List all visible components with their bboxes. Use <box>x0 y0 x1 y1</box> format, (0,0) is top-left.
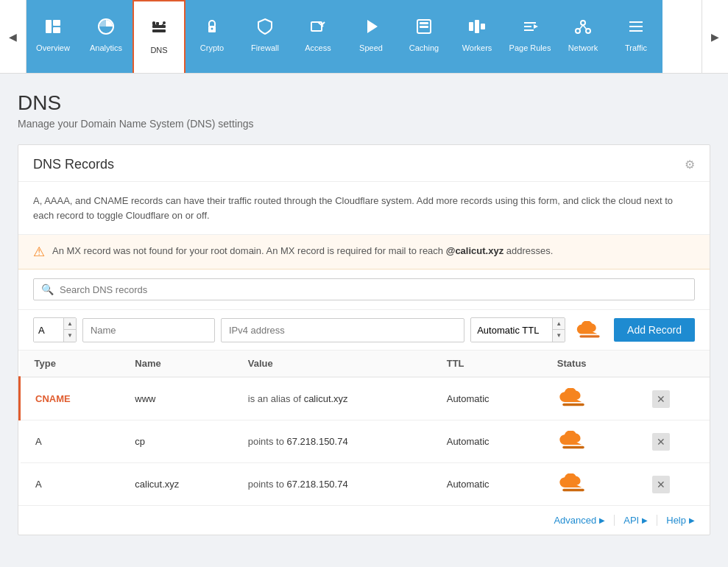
svg-rect-35 <box>562 404 584 406</box>
firewall-label: Firewall <box>251 43 279 53</box>
type-select[interactable]: A AAAA CNAME MX TXT <box>34 319 63 342</box>
value-input[interactable] <box>221 318 464 342</box>
cell-status[interactable] <box>543 420 637 463</box>
cell-delete: ✕ <box>637 377 710 420</box>
ttl-select[interactable]: Automatic TTL 2 min 5 min 30 min 1 hr <box>471 319 552 342</box>
svg-rect-0 <box>46 20 52 33</box>
api-arrow: ▶ <box>642 516 648 524</box>
cell-status[interactable] <box>543 377 637 420</box>
speed-label: Speed <box>359 43 383 53</box>
nav-item-caching[interactable]: Caching <box>397 0 450 73</box>
table-row: A cp points to 67.218.150.74 Automatic ✕ <box>20 420 710 463</box>
svg-rect-20 <box>475 20 479 33</box>
network-label: Network <box>568 43 598 53</box>
add-record-row: A AAAA CNAME MX TXT ▲ ▼ Automatic TTL 2 … <box>18 310 710 351</box>
workers-icon <box>467 17 487 39</box>
svg-rect-21 <box>481 24 485 29</box>
warning-domain: @calicut.xyz <box>446 245 503 256</box>
svg-rect-2 <box>53 27 60 33</box>
nav-item-speed[interactable]: Speed <box>344 0 397 73</box>
svg-rect-19 <box>469 22 473 31</box>
nav-item-firewall[interactable]: Firewall <box>238 0 291 73</box>
nav-item-analytics[interactable]: Analytics <box>79 0 132 73</box>
svg-marker-15 <box>367 20 378 33</box>
help-link[interactable]: Help ▶ <box>657 515 695 526</box>
help-label: Help <box>666 515 686 526</box>
warning-text-before: An MX record was not found for your root… <box>52 245 446 256</box>
search-input-wrap: 🔍 <box>33 278 695 300</box>
page-content: DNS Manage your Domain Name System (DNS)… <box>0 74 728 567</box>
col-ttl: TTL <box>432 351 543 377</box>
settings-icon[interactable]: ⚙ <box>685 158 695 172</box>
delete-button[interactable]: ✕ <box>652 390 670 408</box>
cell-ttl: Automatic <box>432 463 543 506</box>
network-icon <box>573 17 593 39</box>
crypto-icon <box>202 17 222 39</box>
cell-name: cp <box>120 420 233 463</box>
col-type: Type <box>20 351 121 377</box>
nav-items: Overview Analytics DNS Crypto <box>26 0 702 73</box>
type-down-btn[interactable]: ▼ <box>64 330 76 342</box>
nav-item-access[interactable]: Access <box>291 0 344 73</box>
caching-label: Caching <box>409 43 439 53</box>
advanced-label: Advanced <box>554 515 596 526</box>
svg-point-26 <box>581 21 585 25</box>
traffic-icon <box>626 17 646 39</box>
svg-rect-18 <box>420 26 428 28</box>
svg-rect-7 <box>156 22 159 25</box>
access-label: Access <box>305 43 331 53</box>
page-title: DNS <box>18 91 710 115</box>
cell-name: www <box>120 377 233 420</box>
nav-item-traffic[interactable]: Traffic <box>609 0 662 73</box>
svg-line-30 <box>583 25 587 29</box>
speed-icon <box>361 17 381 39</box>
warning-text: An MX record was not found for your root… <box>52 244 553 258</box>
type-stepper: ▲ ▼ <box>63 318 76 342</box>
crypto-label: Crypto <box>200 43 224 53</box>
ttl-select-wrap: Automatic TTL 2 min 5 min 30 min 1 hr ▲ … <box>470 317 565 342</box>
nav-item-pagerules[interactable]: Page Rules <box>503 0 556 73</box>
cell-type: A <box>20 420 121 463</box>
search-input[interactable] <box>60 284 687 295</box>
nav-item-dns[interactable]: DNS <box>132 0 185 73</box>
card-header: DNS Records ⚙ <box>18 145 710 182</box>
nav-item-crypto[interactable]: Crypto <box>185 0 238 73</box>
delete-button[interactable]: ✕ <box>652 476 670 493</box>
delete-button[interactable]: ✕ <box>652 433 670 451</box>
access-icon <box>308 17 328 39</box>
ttl-down-btn[interactable]: ▼ <box>553 330 565 342</box>
card-description: A, AAAA, and CNAME records can have thei… <box>18 182 710 235</box>
svg-point-10 <box>152 21 155 24</box>
nav-item-network[interactable]: Network <box>556 0 609 73</box>
warning-icon: ⚠ <box>33 244 45 260</box>
svg-line-29 <box>579 25 583 29</box>
cell-value: points to 67.218.150.74 <box>233 420 432 463</box>
nav-left-arrow[interactable]: ◀ <box>0 0 26 73</box>
add-row-cloud[interactable] <box>571 321 608 339</box>
dns-icon <box>149 19 169 41</box>
col-value: Value <box>233 351 432 377</box>
ttl-up-btn[interactable]: ▲ <box>553 318 565 330</box>
table-row: A calicut.xyz points to 67.218.150.74 Au… <box>20 463 710 506</box>
nav-right-arrow[interactable]: ▶ <box>702 0 728 73</box>
nav-item-workers[interactable]: Workers <box>450 0 503 73</box>
nav-item-overview[interactable]: Overview <box>26 0 79 73</box>
caching-icon <box>414 17 434 39</box>
dns-records-card: DNS Records ⚙ A, AAAA, and CNAME records… <box>18 144 710 535</box>
card-footer: Advanced ▶ API ▶ Help ▶ <box>18 505 710 535</box>
cell-type: CNAME <box>20 377 121 420</box>
nav-bar: ◀ Overview Analytics DNS <box>0 0 728 74</box>
type-up-btn[interactable]: ▲ <box>64 318 76 330</box>
traffic-label: Traffic <box>625 43 647 53</box>
name-input[interactable] <box>82 318 215 342</box>
svg-point-13 <box>211 28 213 30</box>
advanced-link[interactable]: Advanced ▶ <box>545 515 615 526</box>
cell-status[interactable] <box>543 463 637 506</box>
ttl-stepper: ▲ ▼ <box>552 318 565 342</box>
analytics-icon <box>96 17 116 39</box>
overview-icon <box>43 17 63 39</box>
add-record-button[interactable]: Add Record <box>614 318 695 342</box>
card-title: DNS Records <box>33 157 114 172</box>
col-actions <box>637 351 710 377</box>
api-link[interactable]: API ▶ <box>615 515 657 526</box>
